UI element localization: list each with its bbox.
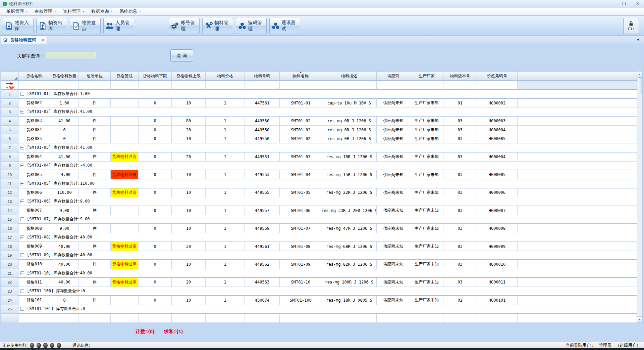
row-number-cell[interactable]: 24	[1, 296, 18, 305]
row-number-cell[interactable]: 17	[1, 233, 18, 242]
row-number-cell[interactable]: 10	[1, 170, 18, 179]
table-row[interactable]: 12货格006110.00件货格物料过高0101449555SMT01-05re…	[1, 188, 637, 198]
table-row[interactable]: 4货格00341.00件0801449550SMT01-02res-mg 0R …	[1, 117, 637, 126]
column-header-4[interactable]: 货格警戒	[111, 72, 139, 81]
row-number-cell[interactable]: 13	[1, 197, 18, 206]
column-header-2[interactable]: 货格物料数量	[50, 72, 79, 81]
table-row[interactable]: 20货格01040.00件货格物料过高0101449562SMT01-09res…	[1, 260, 637, 269]
row-number-cell[interactable]: 4	[1, 117, 18, 126]
tab-cargo-material-query[interactable]: 货格物料查询 ×	[1, 36, 47, 44]
collapse-icon[interactable]	[20, 164, 24, 167]
restore-button[interactable]: ❐	[622, 0, 626, 7]
row-number-cell[interactable]: 21	[1, 269, 18, 278]
filter-cell-5[interactable]	[139, 81, 172, 90]
collapse-icon[interactable]	[20, 271, 24, 275]
row-number-cell[interactable]: 20	[1, 260, 18, 269]
collapse-icon[interactable]	[20, 307, 24, 311]
filter-cell-8[interactable]	[245, 81, 280, 90]
column-header-7[interactable]: 物料价格	[206, 72, 245, 81]
filter-cell-2[interactable]	[50, 81, 79, 90]
lock-f11-button[interactable]: F11	[623, 18, 639, 34]
row-number-cell[interactable]	[1, 314, 18, 322]
row-number-cell[interactable]: 19	[1, 251, 18, 260]
filter-cell-14[interactable]	[477, 81, 518, 90]
group-row[interactable]: 19[SMT01-09] 库存数量合计:40.00	[1, 251, 637, 260]
group-row[interactable]: 9[SMT01-04] 库存数量合计:-4.00	[1, 162, 637, 171]
tab-close-icon[interactable]: ×	[42, 38, 44, 42]
toolbar-button-8[interactable]: 通讯测试	[269, 18, 300, 34]
column-header-13[interactable]: 物料版本号	[443, 72, 477, 81]
toolbar-button-3[interactable]: 物资盘点	[70, 18, 101, 34]
table-row[interactable]: 8货格00441.00件货格物料过高0201449551SMT01-03res-…	[1, 152, 637, 162]
collapse-icon[interactable]	[20, 200, 24, 203]
vertical-scrollbar[interactable]: ▲ ▼	[637, 71, 643, 322]
menu-item-3[interactable]: 资料管理▾	[59, 8, 88, 15]
column-header-12[interactable]: 生产厂家	[410, 72, 443, 81]
collapse-icon[interactable]	[20, 110, 24, 114]
scroll-up-icon[interactable]: ▲	[637, 72, 642, 77]
scrollbar-thumb[interactable]	[638, 77, 642, 93]
row-number-cell[interactable]: 1	[1, 90, 18, 99]
collapse-icon[interactable]	[20, 92, 24, 96]
table-row[interactable]: 24货格1010件0101450674SMT01-100res-mg 18k J…	[1, 296, 637, 305]
toolbar-button-1[interactable]: 物资入库	[3, 18, 34, 34]
filter-cell-6[interactable]	[172, 81, 206, 90]
toolbar-button-7[interactable]: 编码管理	[236, 18, 267, 34]
group-row[interactable]: 25[SMT01-101] 库存数量合计:0	[1, 305, 637, 314]
filter-cell-9[interactable]	[280, 81, 322, 90]
row-number-cell[interactable]: 5	[1, 126, 18, 135]
collapse-icon[interactable]	[20, 253, 24, 257]
column-header-11[interactable]: 供应商	[377, 72, 410, 81]
filter-cell-3[interactable]	[79, 81, 111, 90]
toolbar-button-6[interactable]: 物料管理	[202, 18, 233, 34]
group-row[interactable]: 17[SMT01-08] 库存数量合计:40.00	[1, 233, 637, 242]
collapse-icon[interactable]	[20, 146, 24, 149]
filter-cell-10[interactable]	[322, 81, 377, 90]
row-number-cell[interactable]: 23	[1, 287, 18, 296]
column-header-14[interactable]: 价签条码号	[477, 72, 518, 81]
close-button[interactable]: ✕	[636, 0, 639, 7]
row-number-cell[interactable]: 16	[1, 224, 18, 233]
row-number-cell[interactable]: 12	[1, 188, 18, 198]
column-header-3[interactable]: 包装单位	[79, 72, 111, 81]
column-header-10[interactable]: 物料描述	[322, 72, 377, 81]
toolbar-button-4[interactable]: 人员管理	[103, 18, 134, 34]
row-number-cell[interactable]: 15	[1, 215, 18, 224]
row-number-cell[interactable]: 3	[1, 107, 18, 117]
row-number-cell[interactable]: 18	[1, 242, 18, 251]
row-number-cell[interactable]: 7	[1, 143, 18, 152]
table-row[interactable]: 5货格0840件0201449550SMT01-02res-mg 0R J 12…	[1, 126, 637, 135]
row-number-cell[interactable]: 8	[1, 152, 18, 162]
row-number-cell[interactable]: 11	[1, 179, 18, 188]
toolbar-button-5[interactable]: 帐号管理	[169, 18, 200, 34]
minimize-button[interactable]: —	[608, 0, 612, 7]
menu-item-4[interactable]: 数据查询▾	[88, 8, 116, 15]
filter-cell-13[interactable]	[443, 81, 477, 90]
menu-item-1[interactable]: 单据管理▾	[3, 8, 31, 15]
row-number-cell[interactable]: 22	[1, 278, 18, 287]
query-button[interactable]: 查 询	[170, 49, 193, 62]
table-row[interactable]: 16货格0089.00件0101449559SMT01-07res-mg 47R…	[1, 224, 637, 233]
row-number-cell[interactable]: 25	[1, 305, 18, 314]
group-row[interactable]: 1[SMT01-01] 库存数量合计:1.00	[1, 90, 637, 99]
group-row[interactable]: 3[SMT01-02] 库存数量合计:41.00	[1, 107, 637, 117]
filter-cell-12[interactable]	[410, 81, 443, 90]
scroll-down-icon[interactable]: ▼	[637, 316, 642, 322]
table-row[interactable]: 10货格005-4.00件货格物料过低0101449553SMT01-04res…	[1, 170, 637, 179]
column-header-6[interactable]: 货格物料上限	[172, 72, 206, 81]
column-header-1[interactable]: 货格名称	[18, 72, 50, 81]
toolbar-button-2[interactable]: 物资出库	[36, 18, 67, 34]
filter-cell-4[interactable]	[111, 81, 139, 90]
table-row[interactable]: 18货格00940.00件货格物料过高0301449561SMT01-08res…	[1, 242, 637, 251]
row-number-cell[interactable]: 14	[1, 206, 18, 215]
table-row[interactable]: 14货格0079.00件0101449557SMT01-06res-mg 33R…	[1, 206, 637, 215]
column-header-9[interactable]: 物料名称▲	[280, 72, 322, 81]
keyword-query-input[interactable]	[45, 52, 96, 58]
menu-item-2[interactable]: 审核管理▾	[31, 8, 60, 15]
filter-cell-11[interactable]	[377, 81, 410, 90]
collapse-icon[interactable]	[20, 235, 24, 239]
filter-cell-1[interactable]	[18, 81, 50, 90]
row-number-cell[interactable]: 9	[1, 162, 18, 171]
menu-item-5[interactable]: 系统信息▾	[116, 8, 145, 15]
collapse-icon[interactable]	[20, 182, 24, 185]
